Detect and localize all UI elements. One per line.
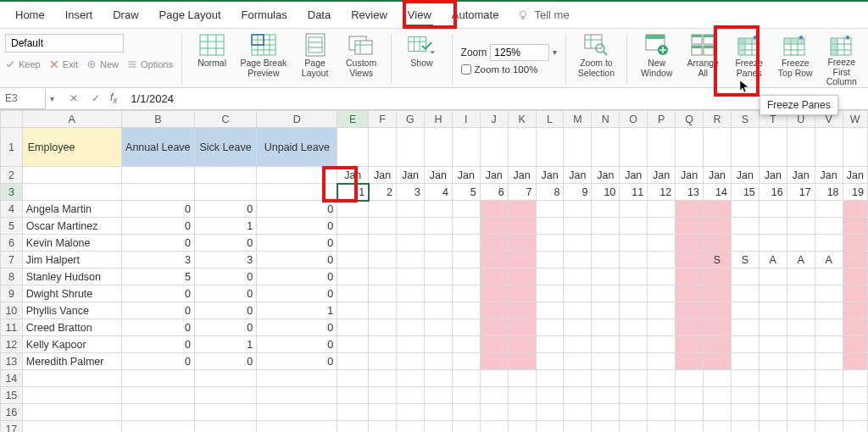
- unpaid-val[interactable]: 0: [257, 285, 337, 302]
- day-cell[interactable]: [815, 336, 843, 353]
- day-cell[interactable]: [676, 319, 704, 336]
- day-7[interactable]: 7: [508, 184, 536, 201]
- annual-val[interactable]: 0: [121, 319, 194, 336]
- day-cell[interactable]: [536, 319, 564, 336]
- cell[interactable]: [676, 128, 704, 167]
- cell[interactable]: [620, 370, 648, 387]
- day-cell[interactable]: [452, 336, 480, 353]
- cell[interactable]: [564, 421, 592, 433]
- cell[interactable]: [592, 128, 620, 167]
- employee-name[interactable]: Meredith Palmer: [22, 353, 121, 370]
- cell[interactable]: [815, 421, 843, 433]
- day-cell[interactable]: [843, 336, 867, 353]
- day-cell[interactable]: [787, 319, 815, 336]
- day-cell[interactable]: [508, 302, 536, 319]
- day-cell[interactable]: [337, 353, 369, 370]
- day-cell[interactable]: [731, 336, 759, 353]
- row-header-7[interactable]: 7: [1, 252, 23, 269]
- day-cell[interactable]: [508, 319, 536, 336]
- cell[interactable]: [536, 421, 564, 433]
- day-cell[interactable]: [815, 201, 843, 218]
- col-header-B[interactable]: B: [121, 111, 194, 128]
- cell[interactable]: [564, 370, 592, 387]
- day-cell[interactable]: [564, 302, 592, 319]
- day-cell[interactable]: [592, 269, 620, 285]
- cell[interactable]: [121, 370, 194, 387]
- day-cell[interactable]: [704, 319, 732, 336]
- cell[interactable]: [337, 421, 369, 433]
- day-cell[interactable]: [397, 235, 425, 252]
- cell[interactable]: [676, 387, 704, 404]
- cell[interactable]: [337, 404, 369, 421]
- zoom-select[interactable]: [490, 44, 549, 61]
- day-cell[interactable]: [424, 319, 452, 336]
- day-cell[interactable]: [424, 353, 452, 370]
- day-cell[interactable]: [759, 319, 787, 336]
- menu-insert[interactable]: Insert: [55, 3, 103, 26]
- spreadsheet-grid[interactable]: ABCDEFGHIJKLMNOPQRSTUVW1EmployeeAnnual L…: [0, 110, 868, 432]
- day-cell[interactable]: [648, 302, 676, 319]
- cell[interactable]: [648, 370, 676, 387]
- annual-val[interactable]: 0: [121, 285, 194, 302]
- day-cell[interactable]: [508, 353, 536, 370]
- day-cell[interactable]: [508, 285, 536, 302]
- day-cell[interactable]: [759, 235, 787, 252]
- day-cell[interactable]: [843, 285, 867, 302]
- day-cell[interactable]: [648, 252, 676, 269]
- day-cell[interactable]: [564, 201, 592, 218]
- sick-val[interactable]: 0: [194, 201, 256, 218]
- day-cell[interactable]: [704, 235, 732, 252]
- cell[interactable]: [536, 370, 564, 387]
- cell[interactable]: [257, 421, 337, 433]
- col-header-K[interactable]: K: [508, 111, 536, 128]
- page-break-preview-button[interactable]: Page Break Preview: [236, 30, 290, 87]
- cell[interactable]: [787, 128, 815, 167]
- day-cell[interactable]: [452, 319, 480, 336]
- cell[interactable]: [194, 421, 256, 433]
- tell-me-search[interactable]: Tell me: [517, 8, 569, 21]
- cell[interactable]: [194, 387, 256, 404]
- page-layout-button[interactable]: Page Layout: [293, 30, 336, 87]
- day-cell[interactable]: [452, 235, 480, 252]
- day-cell[interactable]: [704, 336, 732, 353]
- day-cell[interactable]: [592, 353, 620, 370]
- col-header-W[interactable]: W: [843, 111, 867, 128]
- cell[interactable]: [704, 421, 732, 433]
- day-cell[interactable]: [424, 235, 452, 252]
- day-14[interactable]: 14: [704, 184, 732, 201]
- day-cell[interactable]: [480, 302, 508, 319]
- cell[interactable]: [564, 404, 592, 421]
- day-cell[interactable]: [787, 285, 815, 302]
- day-4[interactable]: 4: [424, 184, 452, 201]
- day-cell[interactable]: [620, 285, 648, 302]
- cell[interactable]: [759, 404, 787, 421]
- cell[interactable]: [620, 404, 648, 421]
- day-2[interactable]: 2: [369, 184, 397, 201]
- cell[interactable]: [508, 387, 536, 404]
- day-19[interactable]: 19: [843, 184, 867, 201]
- day-18[interactable]: 18: [815, 184, 843, 201]
- day-cell[interactable]: [369, 336, 397, 353]
- menu-page-layout[interactable]: Page Layout: [149, 3, 231, 26]
- row-header-15[interactable]: 15: [1, 387, 23, 404]
- annual-val[interactable]: 0: [121, 302, 194, 319]
- cell[interactable]: [337, 370, 369, 387]
- day-cell[interactable]: S: [704, 252, 732, 269]
- cell[interactable]: [536, 128, 564, 167]
- cell[interactable]: [397, 387, 425, 404]
- day-cell[interactable]: [592, 319, 620, 336]
- day-cell[interactable]: [759, 218, 787, 235]
- employee-name[interactable]: Stanley Hudson: [22, 269, 121, 285]
- employee-name[interactable]: Oscar Martinez: [22, 218, 121, 235]
- day-cell[interactable]: [648, 235, 676, 252]
- cell[interactable]: [424, 370, 452, 387]
- day-cell[interactable]: [676, 218, 704, 235]
- cell[interactable]: [815, 404, 843, 421]
- day-cell[interactable]: [648, 269, 676, 285]
- cell[interactable]: [843, 387, 867, 404]
- day-cell[interactable]: [452, 201, 480, 218]
- day-cell[interactable]: [397, 302, 425, 319]
- day-cell[interactable]: [620, 353, 648, 370]
- day-cell[interactable]: [704, 302, 732, 319]
- cell[interactable]: [564, 128, 592, 167]
